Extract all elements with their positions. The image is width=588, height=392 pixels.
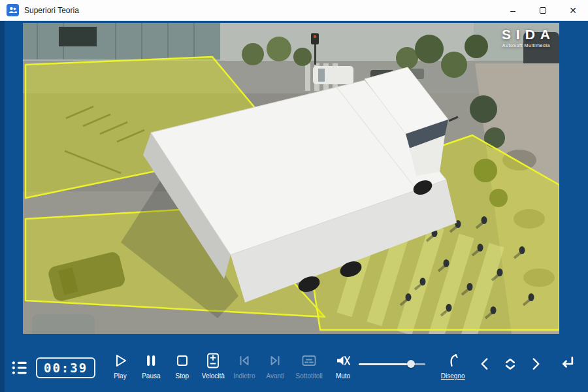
previous-label: Indietro xyxy=(233,372,255,380)
play-button[interactable]: Play xyxy=(105,352,135,384)
stop-label: Stop xyxy=(176,372,189,380)
player-toolbar: 00:39 Play Pausa Stop xyxy=(0,344,588,392)
speed-label: Velocità xyxy=(202,372,225,380)
pen-icon xyxy=(444,352,461,369)
volume-fill xyxy=(359,363,411,365)
stop-button[interactable]: Stop xyxy=(167,352,197,384)
return-button[interactable] xyxy=(555,351,576,377)
subtitles-button[interactable]: Sottotitoli xyxy=(291,352,327,384)
playlist-icon xyxy=(10,359,29,377)
street-scene xyxy=(23,23,559,334)
minimize-button[interactable]: – xyxy=(498,0,528,20)
skip-forward-icon xyxy=(267,352,284,369)
speed-icon xyxy=(204,352,221,369)
parked-car-gray xyxy=(32,314,95,334)
sida-logo: SIDA AutoSoft Multimedia xyxy=(502,27,550,48)
volume-handle[interactable] xyxy=(407,360,415,368)
app-window: Superiori Teoria – ✕ xyxy=(0,0,588,392)
pause-button[interactable]: Pausa xyxy=(136,352,167,384)
titlebar: Superiori Teoria – ✕ xyxy=(0,0,588,21)
next-button[interactable]: Avanti xyxy=(260,352,291,384)
video-frame: SIDA AutoSoft Multimedia xyxy=(23,23,559,334)
nav-right-button[interactable] xyxy=(526,351,546,377)
subtitles-label: Sottotitoli xyxy=(296,372,323,380)
stop-icon xyxy=(174,352,191,369)
app-icon xyxy=(7,4,19,16)
mute-button[interactable]: Muto xyxy=(327,352,358,384)
volume-slider[interactable] xyxy=(359,357,426,370)
chevrons-up-down-icon xyxy=(500,354,520,374)
chevron-right-icon xyxy=(527,355,545,373)
draw-button[interactable]: Disegno xyxy=(437,352,468,384)
window-controls: – ✕ xyxy=(498,0,588,20)
close-button[interactable]: ✕ xyxy=(558,0,588,20)
subtitles-icon xyxy=(301,352,318,369)
timer-display: 00:39 xyxy=(36,357,95,378)
nav-left-button[interactable] xyxy=(475,351,495,377)
previous-button[interactable]: Indietro xyxy=(229,352,259,384)
left-edge-shade xyxy=(0,21,5,392)
pause-icon xyxy=(142,352,159,369)
window-body: SIDA AutoSoft Multimedia 00:39 xyxy=(0,21,588,392)
mute-icon xyxy=(335,352,351,369)
sida-logo-name: SIDA xyxy=(502,27,555,42)
play-icon xyxy=(112,352,129,369)
window-title: Superiori Teoria xyxy=(24,6,79,15)
pause-label: Pausa xyxy=(142,372,160,380)
maximize-icon xyxy=(540,7,546,14)
draw-label: Disegno xyxy=(441,372,465,380)
maximize-button[interactable] xyxy=(528,0,558,20)
mute-label: Muto xyxy=(336,372,350,380)
speed-button[interactable]: Velocità xyxy=(198,352,229,384)
playlist-button[interactable] xyxy=(9,355,31,381)
skip-back-icon xyxy=(236,352,253,369)
play-label: Play xyxy=(114,372,126,380)
expand-collapse-button[interactable] xyxy=(500,351,521,377)
chevron-left-icon xyxy=(476,355,494,373)
return-icon xyxy=(555,353,576,374)
sida-logo-tagline: AutoSoft Multimedia xyxy=(502,43,550,48)
next-label: Avanti xyxy=(267,372,285,380)
